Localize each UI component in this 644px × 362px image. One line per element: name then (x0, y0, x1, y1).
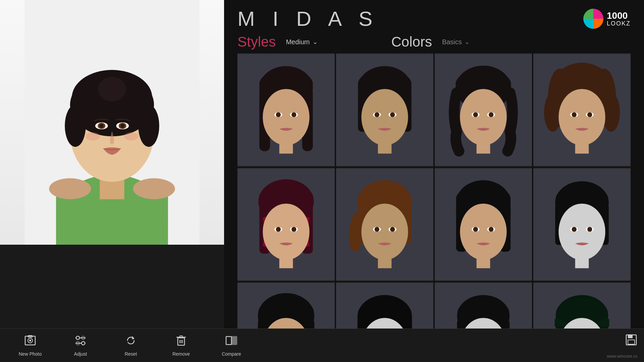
svg-point-7 (65, 105, 86, 147)
svg-point-115 (580, 234, 584, 239)
logo-name: LOOKZ (607, 20, 631, 26)
svg-point-47 (460, 89, 506, 145)
basics-arrow-icon: ⌄ (465, 38, 470, 46)
svg-point-25 (263, 89, 309, 145)
adjust-icon (74, 335, 87, 349)
svg-point-17 (124, 132, 139, 140)
remove-button[interactable]: Remove (158, 330, 205, 361)
svg-rect-185 (226, 337, 231, 345)
styles-title: Styles (237, 34, 276, 50)
svg-point-63 (572, 112, 577, 117)
svg-rect-189 (628, 340, 635, 344)
svg-point-77 (291, 227, 297, 232)
medium-label: Medium (286, 38, 310, 46)
svg-point-66 (580, 119, 584, 125)
medium-dropdown[interactable]: Medium ⌄ (286, 38, 317, 46)
svg-point-41 (390, 112, 395, 117)
new-photo-button[interactable]: New Photo (7, 330, 54, 361)
svg-rect-188 (628, 335, 633, 338)
svg-rect-2 (56, 196, 168, 245)
svg-point-30 (284, 119, 288, 125)
svg-rect-53 (477, 139, 490, 154)
remove-label: Remove (172, 351, 190, 357)
main-photo (0, 0, 224, 245)
svg-point-112 (572, 227, 577, 232)
svg-point-102 (489, 227, 494, 232)
svg-point-58 (544, 93, 561, 132)
svg-rect-181 (180, 336, 182, 337)
svg-point-61 (558, 89, 605, 145)
remove-icon (175, 335, 187, 349)
svg-point-27 (276, 112, 281, 117)
svg-rect-67 (575, 139, 589, 154)
compare-label: Compare (222, 351, 241, 357)
svg-point-37 (361, 89, 408, 145)
hair-cell-4[interactable] (533, 53, 631, 167)
logo-circle-icon (583, 9, 603, 29)
svg-point-8 (138, 105, 159, 147)
save-button[interactable] (625, 334, 637, 349)
hair-cell-5[interactable] (237, 168, 335, 281)
svg-point-19 (133, 178, 175, 199)
svg-rect-104 (477, 253, 490, 268)
svg-point-12 (99, 124, 104, 128)
colors-title: Colors (391, 34, 432, 50)
svg-point-73 (263, 203, 309, 260)
svg-point-171 (76, 336, 79, 340)
svg-point-114 (587, 227, 592, 232)
hair-cell-6[interactable] (336, 168, 433, 281)
hair-grid (224, 53, 644, 362)
svg-point-49 (473, 112, 478, 117)
right-panel: M I D A S 1000 LOOKZ Styles Medium ⌄ Col… (224, 0, 644, 328)
svg-point-78 (284, 234, 288, 239)
adjust-button[interactable]: Adjust (57, 330, 104, 361)
photo-panel (0, 0, 224, 245)
svg-point-52 (481, 119, 485, 125)
reset-icon (125, 335, 137, 349)
logo-area: 1000 LOOKZ (583, 9, 631, 29)
svg-point-90 (383, 234, 387, 239)
basics-label: Basics (442, 38, 462, 46)
hair-cell-1[interactable] (237, 53, 335, 167)
compare-button[interactable]: Compare (208, 330, 255, 361)
controls-row: Styles Medium ⌄ Colors Basics ⌄ (224, 34, 644, 50)
svg-point-42 (383, 119, 387, 125)
logo-number: 1000 (607, 11, 631, 20)
app-header: M I D A S 1000 LOOKZ (224, 0, 644, 34)
svg-point-100 (473, 227, 478, 232)
svg-point-85 (361, 203, 408, 260)
svg-point-59 (602, 93, 620, 132)
svg-point-170 (29, 340, 31, 342)
bottom-toolbar: New Photo Adjust Reset (0, 328, 644, 362)
svg-point-89 (390, 227, 395, 232)
svg-point-172 (82, 342, 85, 345)
svg-point-39 (375, 112, 380, 117)
hair-cell-3[interactable] (435, 53, 532, 167)
new-photo-icon (24, 335, 36, 349)
dropdown-arrow-icon: ⌄ (313, 38, 318, 46)
svg-point-103 (481, 234, 485, 239)
hair-cell-8[interactable] (533, 168, 631, 281)
svg-point-29 (291, 112, 297, 117)
app-title: M I D A S (237, 7, 378, 31)
svg-point-65 (587, 112, 592, 117)
svg-point-51 (489, 112, 494, 117)
compare-icon (225, 335, 237, 349)
svg-rect-31 (279, 139, 293, 154)
adjust-label: Adjust (74, 351, 87, 357)
logo-text: 1000 LOOKZ (607, 11, 631, 26)
hair-cell-7[interactable] (435, 168, 532, 281)
svg-point-98 (460, 203, 506, 260)
basics-dropdown[interactable]: Basics ⌄ (442, 38, 470, 46)
svg-point-110 (558, 203, 605, 260)
svg-point-75 (276, 227, 281, 232)
hair-cell-2[interactable] (336, 53, 433, 167)
svg-point-15 (120, 124, 125, 128)
svg-rect-79 (279, 253, 293, 268)
svg-point-18 (49, 178, 91, 199)
svg-point-16 (86, 132, 100, 140)
reset-label: Reset (125, 351, 137, 357)
svg-point-87 (375, 227, 380, 232)
reset-button[interactable]: Reset (107, 330, 154, 361)
svg-rect-186 (232, 337, 237, 345)
